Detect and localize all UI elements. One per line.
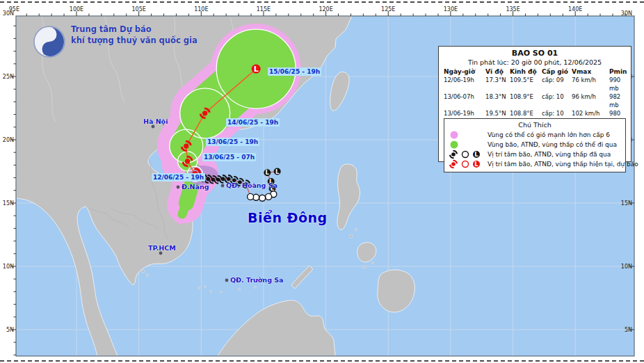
- legend-title: Chú Thích: [444, 119, 625, 130]
- table-cell: 108.9°E: [510, 92, 542, 109]
- depression-L-icon: L: [473, 161, 480, 168]
- place-dot: [221, 184, 225, 188]
- track-date-label: 15/06/25 - 19h: [268, 67, 321, 76]
- current-markers-icon: L: [447, 159, 488, 169]
- legend-box: Chú Thích Vùng có thể có gió mạnh lớn hơ…: [444, 118, 626, 172]
- svg-text:L: L: [275, 168, 280, 175]
- sea-name-label: Biển Đông: [248, 210, 328, 225]
- place-dot: [159, 252, 163, 255]
- table-cell: 12/06-19h: [444, 76, 485, 92]
- svg-text:L: L: [266, 169, 270, 176]
- place-label: QĐ. Trường Sa: [230, 276, 284, 284]
- legend-item: Vùng bão, ATNĐ, vùng thấp có thể đi qua: [444, 140, 625, 150]
- nchmf-logo: NCHMF Trung tâm Dự báo khí tượng thuỷ vă…: [32, 24, 198, 61]
- legend-item-label: Vị trí tâm bão, ATNĐ, vùng thấp đã qua: [488, 151, 611, 158]
- place-dot: [177, 186, 180, 189]
- legend-item: LVị trí tâm bão, ATNĐ, vùng thấp hiện tạ…: [444, 159, 625, 169]
- place-dot: [152, 125, 155, 129]
- table-header-cell: Cấp gió: [542, 67, 572, 76]
- typhoon-icon: [449, 160, 458, 169]
- track-date-label: 13/06/25 - 07h: [202, 153, 256, 161]
- place-dot: [225, 279, 229, 282]
- table-cell: 109.5°E: [510, 76, 542, 92]
- low-pressure-circle-icon: [266, 193, 272, 200]
- table-cell: 982 mb: [609, 92, 631, 109]
- track-date-label: 14/06/25 - 19h: [226, 118, 280, 127]
- storm-title: BAO SO 01: [439, 47, 631, 58]
- legend-item-label: Vùng có thể có gió mạnh lớn hơn cấp 6: [488, 131, 610, 138]
- table-cell: 990 mb: [609, 76, 631, 92]
- place-label: Đ.Nẵng: [182, 183, 209, 191]
- table-cell: cấp: 09: [542, 76, 572, 92]
- svg-text:L: L: [254, 65, 259, 74]
- table-cell: 96 km/h: [572, 92, 609, 109]
- table-cell: 17.3°N: [485, 76, 510, 92]
- storm-forecast-page: LLLLL 95E100E105E110E115E120E125E130E135…: [0, 0, 644, 363]
- track-area-circle-icon: [447, 140, 488, 150]
- svg-text:L: L: [474, 151, 478, 158]
- table-header-cell: Pmin: [609, 67, 631, 76]
- legend-item-label: Vị trí tâm bão, ATNĐ, vùng thấp hiện tại…: [488, 161, 638, 168]
- track-date-label: 13/06/25 - 19h: [206, 138, 259, 146]
- place-label: TP.HCM: [148, 244, 176, 252]
- track-date-label: 12/06/25 - 19h: [152, 173, 205, 182]
- svg-text:NCHMF: NCHMF: [43, 51, 56, 56]
- svg-text:L: L: [474, 161, 478, 168]
- logo-line1: Trung tâm Dự báo: [71, 24, 198, 35]
- depression-L-icon: L: [473, 151, 480, 158]
- svg-text:30N: 30N: [3, 10, 14, 17]
- place-label: Hà Nội: [143, 118, 168, 125]
- table-header-cell: Ngày-giờ: [444, 67, 485, 76]
- table-cell: 76 km/h: [572, 76, 609, 92]
- table-header-cell: Kinh độ: [510, 67, 542, 76]
- legend-item: Vùng có thể có gió mạnh lớn hơn cấp 6: [444, 130, 625, 140]
- table-cell: cấp: 10: [542, 92, 572, 109]
- table-cell: 18.3°N: [485, 92, 510, 109]
- wind-area-circle-icon: [447, 130, 488, 140]
- legend-item-label: Vùng bão, ATNĐ, vùng thấp có thể đi qua: [488, 141, 617, 148]
- past-markers-icon: L: [447, 150, 488, 159]
- nchmf-emblem-icon: NCHMF: [32, 24, 67, 61]
- typhoon-icon: [449, 150, 458, 159]
- legend-item: LVị trí tâm bão, ATNĐ, vùng thấp đã qua: [444, 150, 625, 159]
- table-header-cell: Vĩ độ: [485, 67, 510, 76]
- table-cell: 13/06-07h: [444, 92, 485, 109]
- svg-text:30N: 30N: [621, 10, 632, 17]
- place-label: QĐ. Hoàng Sa: [226, 182, 277, 189]
- low-pressure-circle-icon: [248, 193, 254, 200]
- issued-time: Tin phát lúc: 20 giờ 00 phút, 12/06/2025: [439, 58, 631, 67]
- logo-line2: khí tượng thuỷ văn quốc gia: [71, 35, 198, 46]
- table-header-cell: Vmax: [572, 67, 609, 76]
- low-pressure-circle-icon: [259, 195, 266, 201]
